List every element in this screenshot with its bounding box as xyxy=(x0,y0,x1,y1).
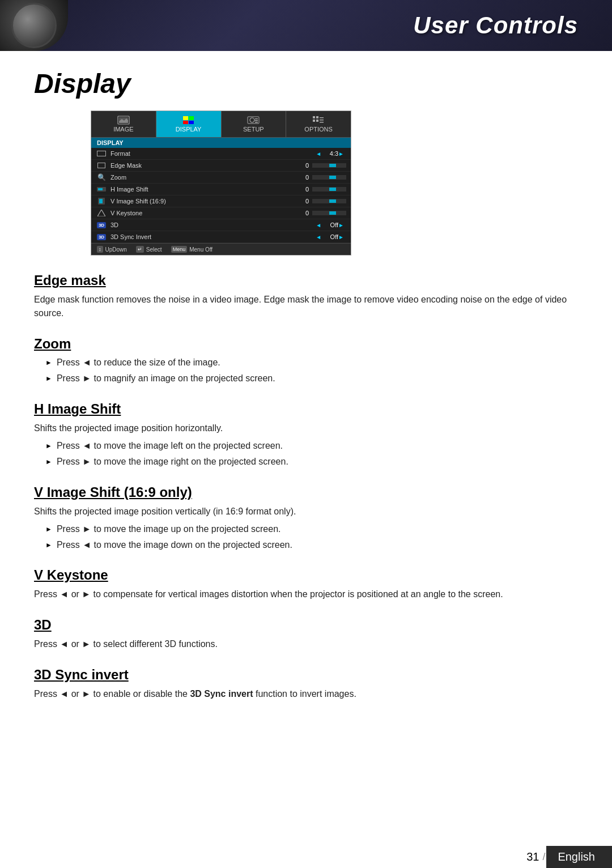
3d-arrow-right: ► xyxy=(338,222,344,228)
v-shift-bullet-2-text: Press ◄ to move the image down on the pr… xyxy=(57,539,292,551)
menu-row-3d-sync: 3D 3D Sync Invert ◄ Off ► xyxy=(91,231,351,243)
bullet-triangle-icon: ► xyxy=(45,541,52,550)
heading-zoom: Zoom xyxy=(34,336,578,352)
language-bar: English xyxy=(546,846,612,868)
bullet-triangle-icon: ► xyxy=(45,457,52,467)
menu-off-label: Menu Off xyxy=(189,246,212,253)
h-shift-bullets: ► Press ◄ to move the image left on the … xyxy=(45,440,578,469)
zoom-bullet-2-text: Press ► to magnify an image on the proje… xyxy=(57,372,275,385)
page-number: 31 xyxy=(515,846,541,868)
heading-3d: 3D xyxy=(34,617,578,633)
zoom-label: Zoom xyxy=(110,174,292,181)
heading-3d-sync: 3D Sync invert xyxy=(34,667,578,683)
3d-sync-arrow-right: ► xyxy=(338,234,344,240)
keystone-value: 0 xyxy=(292,210,309,216)
format-arrow-right: ► xyxy=(338,151,344,157)
v-shift-value: 0 xyxy=(292,198,309,205)
menu-footer: ↕ UpDown ↵ Select Menu Menu Off xyxy=(91,243,351,255)
bullet-triangle-icon: ► xyxy=(45,525,52,534)
svg-rect-14 xyxy=(316,120,318,122)
format-value: 4:3 xyxy=(321,150,338,157)
options-tab-icon xyxy=(312,116,325,125)
h-shift-description: Shifts the projected image position hori… xyxy=(34,422,578,435)
footer-menu-off: Menu Menu Off xyxy=(171,246,212,253)
lens-graphic xyxy=(11,3,57,48)
h-shift-value: 0 xyxy=(292,186,309,193)
menu-row-v-shift: V Image Shift (16:9) 0 xyxy=(91,195,351,207)
tab-image-label: IMAGE xyxy=(113,126,133,133)
menu-row-zoom: 🔍 Zoom 0 xyxy=(91,172,351,184)
tab-setup[interactable]: SETUP xyxy=(222,111,287,137)
page-footer: 31 / English xyxy=(515,846,612,868)
svg-rect-17 xyxy=(320,122,324,123)
keystone-bar xyxy=(312,211,346,215)
svg-rect-21 xyxy=(99,199,103,203)
svg-point-7 xyxy=(250,118,254,122)
3d-sync-arrow-left: ◄ xyxy=(316,234,321,240)
format-icon xyxy=(96,150,107,158)
zoom-bullet-1: ► Press ◄ to reduce the size of the imag… xyxy=(45,356,578,369)
svg-rect-4 xyxy=(183,121,188,124)
heading-edge-mask: Edge mask xyxy=(34,273,578,288)
svg-rect-10 xyxy=(255,122,258,123)
menu-section-label: DISPLAY xyxy=(91,138,351,148)
v-shift-icon xyxy=(96,197,107,205)
svg-marker-22 xyxy=(97,210,105,216)
svg-rect-3 xyxy=(189,116,194,120)
heading-h-shift: H Image Shift xyxy=(34,401,578,417)
zoom-bullet-2: ► Press ► to magnify an image on the pro… xyxy=(45,372,578,385)
3d-description: Press ◄ or ► to select different 3D func… xyxy=(34,637,578,651)
svg-rect-8 xyxy=(255,118,258,120)
select-label: Select xyxy=(146,246,162,253)
menu-row-edge-mask: Edge Mask 0 xyxy=(91,160,351,172)
h-shift-bullet-1: ► Press ◄ to move the image left on the … xyxy=(45,440,578,452)
h-shift-bullet-2-text: Press ► to move the image right on the p… xyxy=(57,456,288,468)
heading-v-shift: V Image Shift (16:9 only) xyxy=(34,484,578,500)
zoom-bar xyxy=(312,175,346,180)
h-shift-bullet-1-text: Press ◄ to move the image left on the pr… xyxy=(57,440,283,452)
menu-row-keystone: V Keystone 0 xyxy=(91,207,351,219)
tab-display[interactable]: DISPLAY xyxy=(156,111,222,137)
bullet-triangle-icon: ► xyxy=(45,441,52,451)
v-shift-bullet-2: ► Press ◄ to move the image down on the … xyxy=(45,539,578,551)
v-shift-bullets: ► Press ► to move the image up on the pr… xyxy=(45,523,578,552)
page-header: User Controls xyxy=(0,0,612,51)
menu-screenshot: IMAGE DISPLAY xyxy=(91,110,351,256)
select-icon: ↵ xyxy=(136,246,144,253)
h-shift-icon xyxy=(96,185,107,193)
tab-image[interactable]: IMAGE xyxy=(91,111,156,137)
menu-rows: Format ◄ 4:3 ► Edge Mask 0 🔍 xyxy=(91,148,351,243)
heading-v-keystone: V Keystone xyxy=(34,567,578,583)
bullet-triangle-icon: ► xyxy=(45,374,52,384)
svg-rect-5 xyxy=(189,121,194,124)
3d-sync-row-icon: 3D xyxy=(96,233,107,241)
keystone-icon xyxy=(96,209,107,217)
3d-label: 3D xyxy=(110,222,313,228)
v-shift-description: Shifts the projected image position vert… xyxy=(34,505,578,518)
format-arrow-left: ◄ xyxy=(316,151,321,157)
3d-sync-bold: 3D Sync invert xyxy=(190,689,253,699)
svg-rect-2 xyxy=(183,116,188,120)
tab-options-label: OPTIONS xyxy=(304,126,333,133)
3d-row-icon: 3D xyxy=(96,221,107,229)
3d-value: Off xyxy=(321,222,338,228)
edge-mask-bar xyxy=(312,163,346,168)
page-content: Display IMAGE xyxy=(0,51,612,739)
edge-mask-label: Edge Mask xyxy=(110,162,292,169)
language-label: English xyxy=(558,850,595,863)
v-shift-bullet-1-text: Press ► to move the image up on the proj… xyxy=(57,523,281,535)
format-label: Format xyxy=(110,150,313,157)
tab-options[interactable]: OPTIONS xyxy=(286,111,351,137)
updown-label: UpDown xyxy=(105,246,127,253)
3d-sync-description: Press ◄ or ► to enable or disable the 3D… xyxy=(34,687,578,701)
svg-rect-11 xyxy=(313,116,315,118)
zoom-icon: 🔍 xyxy=(96,173,107,181)
page-section-heading: Display xyxy=(34,68,578,99)
3d-sync-label: 3D Sync Invert xyxy=(110,233,313,240)
svg-rect-9 xyxy=(255,120,258,121)
setup-tab-icon xyxy=(246,116,260,125)
h-shift-bar xyxy=(312,187,346,192)
bullet-triangle-icon: ► xyxy=(45,358,52,368)
v-shift-bar xyxy=(312,199,346,203)
display-tab-icon xyxy=(182,116,196,125)
